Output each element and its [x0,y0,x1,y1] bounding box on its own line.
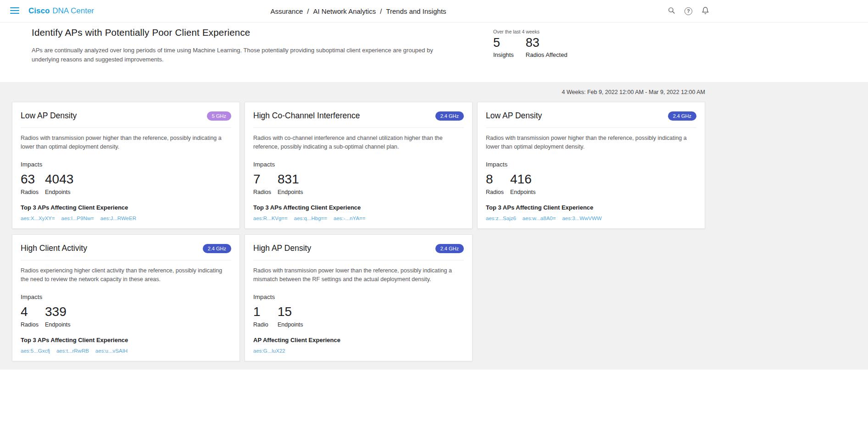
card-title: Low AP Density [486,111,542,121]
summary-stats: Over the last 4 weeks 5 Insights 83 Radi… [493,27,568,58]
radios-label: Radio [253,321,278,328]
endpoints-stat: 339 Endpoints [45,305,71,328]
impacts: 4 Radios 339 Endpoints [21,305,231,328]
ap-link[interactable]: aes:J...RWeER [100,216,136,221]
ap-link[interactable]: aes:w...a8A0= [523,216,556,221]
radios-count: 7 [253,172,278,187]
band-badge: 2.4 GHz [435,111,464,121]
radios-count: 1 [253,305,278,319]
band-badge: 2.4 GHz [435,244,464,253]
ap-link[interactable]: aes:z...Sajz6 [486,216,516,221]
breadcrumb-separator: / [307,7,309,15]
ap-link[interactable]: aes:5...Gxcfj [21,348,50,354]
ap-links: aes:z...Sajz6 aes:w...a8A0= aes:3...WwVW… [486,216,696,221]
endpoints-label: Endpoints [45,189,73,195]
insight-card[interactable]: High Client Activity 2.4 GHz Radios expe… [12,234,240,361]
endpoints-count: 831 [278,172,303,187]
card-header: High Client Activity 2.4 GHz [21,244,231,253]
breadcrumb-separator: / [380,7,382,15]
breadcrumb: Assurance / AI Network Analytics / Trend… [270,7,446,15]
card-title: High Client Activity [21,244,87,253]
impacts: 8 Radios 416 Endpoints [486,172,696,195]
card-divider [486,127,696,128]
impacts-label: Impacts [253,293,464,300]
band-badge: 2.4 GHz [203,244,231,253]
ap-link[interactable]: aes:3...WwVWW [562,216,601,221]
ap-link[interactable]: aes:G...luX22 [253,348,285,354]
impacts: 63 Radios 4043 Endpoints [21,172,231,195]
card-description: Radios with transmission power higher th… [486,134,696,151]
impacts: 7 Radios 831 Endpoints [253,172,464,195]
card-title: Low AP Density [21,111,77,121]
impacts: 1 Radio 15 Endpoints [253,305,464,328]
breadcrumb-item-ai-network-analytics[interactable]: AI Network Analytics [313,7,376,15]
search-button[interactable] [665,4,678,18]
ap-links: aes:X...XyXY= aes:l...P9Nw= aes:J...RWeE… [21,216,231,221]
card-description: Radios experiencing higher client activi… [21,266,231,284]
notifications-button[interactable] [699,4,712,19]
radios-count: 63 [21,172,45,187]
radios-stat: 7 Radios [253,172,278,195]
insight-card[interactable]: High AP Density 2.4 GHz Radios with tran… [245,234,473,361]
card-divider [21,260,231,260]
insight-card[interactable]: Low AP Density 5 GHz Radios with transmi… [12,102,240,229]
ap-links: aes:G...luX22 [253,348,464,354]
help-icon [684,7,692,15]
radios-stat: 1 Radio [253,305,278,328]
endpoints-stat: 831 Endpoints [278,172,303,195]
content-section: 4 Weeks: Feb 9, 2022 12:00 AM - Mar 9, 2… [0,82,868,370]
card-header: High AP Density 2.4 GHz [253,244,464,253]
insight-card[interactable]: Low AP Density 2.4 GHz Radios with trans… [477,102,705,229]
radios-count: 4 [21,305,45,319]
aps-heading: Top 3 APs Affecting Client Experience [486,204,696,211]
date-range: 4 Weeks: Feb 9, 2022 12:00 AM - Mar 9, 2… [12,89,705,95]
impacts-label: Impacts [21,161,231,168]
intro-text: Identify APs with Potentially Poor Clien… [32,27,493,64]
radios-stat: 63 Radios [21,172,45,195]
card-divider [21,127,231,128]
insights-stat: 5 Insights [493,36,514,58]
brand-cisco: Cisco [28,6,50,16]
brand-logo[interactable]: Cisco DNA Center [28,6,94,16]
page-description: APs are continually analyzed over long p… [32,46,433,64]
insights-label: Insights [493,51,514,58]
endpoints-stat: 416 Endpoints [510,172,536,195]
card-divider [253,127,464,128]
ap-link[interactable]: aes:X...XyXY= [21,216,55,221]
radios-label: Radios [21,321,45,328]
endpoints-count: 4043 [45,172,73,187]
endpoints-count: 15 [278,305,303,319]
endpoints-label: Endpoints [278,189,303,195]
endpoints-label: Endpoints [278,321,303,328]
ap-link[interactable]: aes:t...rRwRB [56,348,89,354]
band-badge: 2.4 GHz [668,111,696,121]
endpoints-count: 339 [45,305,71,319]
insight-cards-grid: Low AP Density 5 GHz Radios with transmi… [12,102,705,361]
aps-heading: AP Affecting Client Experience [253,337,464,343]
help-button[interactable] [682,5,695,18]
menu-button[interactable] [0,2,24,20]
endpoints-count: 416 [510,172,536,187]
impacts-label: Impacts [253,161,464,168]
ap-link[interactable]: aes:q...Hbg== [294,216,327,221]
breadcrumb-item-assurance[interactable]: Assurance [270,7,303,15]
ap-link[interactable]: aes:-...nYA== [334,216,365,221]
insight-card[interactable]: High Co-Channel Interference 2.4 GHz Rad… [245,102,473,229]
insights-count: 5 [493,36,514,50]
ap-link[interactable]: aes:u...vSAIH [95,348,128,354]
menu-icon [10,7,19,16]
card-header: Low AP Density 2.4 GHz [486,111,696,121]
search-icon [668,6,675,16]
aps-heading: Top 3 APs Affecting Client Experience [21,204,231,211]
radios-affected-label: Radios Affected [526,51,568,58]
impacts-label: Impacts [486,161,696,168]
breadcrumb-item-trends-and-insights: Trends and Insights [386,7,446,15]
ap-link[interactable]: aes:R...KVg== [253,216,288,221]
card-title: High Co-Channel Interference [253,111,360,121]
card-title: High AP Density [253,244,311,253]
card-description: Radios with transmission power higher th… [21,134,231,151]
summary-period-label: Over the last 4 weeks [493,29,568,34]
ap-link[interactable]: aes:l...P9Nw= [61,216,94,221]
page-title: Identify APs with Potentially Poor Clien… [32,27,493,38]
radios-affected-count: 83 [526,36,568,50]
